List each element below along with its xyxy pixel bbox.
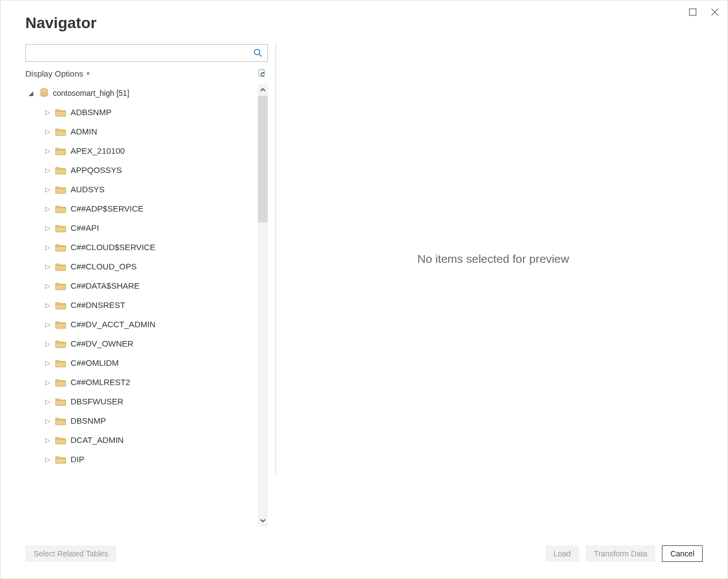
folder-icon [55,108,66,117]
tree-item-label: C##DV_OWNER [71,339,133,348]
tree-item-label: C##DV_ACCT_ADMIN [71,320,155,329]
transform-data-button: Transform Data [586,545,656,562]
cancel-button[interactable]: Cancel [662,545,703,562]
tree-item-label: C##ADP$SERVICE [71,204,143,213]
expand-icon[interactable]: ▷ [44,321,51,328]
expand-icon[interactable]: ▷ [44,166,51,174]
folder-icon [55,397,66,406]
scrollbar[interactable] [258,84,268,527]
tree-item-label: DIP [71,454,84,464]
folder-icon [55,185,66,194]
expand-icon[interactable]: ▷ [44,340,51,348]
tree-item[interactable]: ▷C##API [34,218,258,237]
tree-item[interactable]: ▷C##CLOUD_OPS [34,257,258,276]
folder-icon [55,243,66,252]
svg-point-3 [255,50,260,55]
tree-item[interactable]: ▷APPQOSSYS [34,160,258,180]
preview-pane: No items selected for preview [284,44,703,474]
folder-icon [55,224,66,232]
tree-item[interactable]: ▷DBSNMP [34,411,258,430]
navigator-window: Navigator Display Options ▾ [0,0,728,579]
tree-item[interactable]: ▷DIP [34,450,258,469]
tree-item-label: C##DATA$SHARE [71,281,139,290]
select-related-tables-button: Select Related Tables [25,545,116,562]
folder-icon [55,127,66,136]
search-input[interactable] [26,45,249,61]
chevron-down-icon: ▾ [87,70,90,77]
scroll-down-icon[interactable] [258,515,268,527]
svg-line-4 [259,54,261,56]
scroll-track[interactable] [258,96,268,515]
folder-icon [55,301,66,310]
expand-icon[interactable]: ▷ [44,359,51,367]
expand-icon[interactable]: ▷ [44,417,51,425]
expand-icon[interactable]: ▷ [44,378,51,386]
expand-icon[interactable]: ▷ [44,147,51,155]
display-options-label: Display Options [25,69,83,78]
load-button: Load [546,545,579,562]
expand-icon[interactable]: ▷ [44,205,51,213]
tree-item-label: DBSNMP [71,416,106,425]
tree-item[interactable]: ▷C##DV_OWNER [34,334,258,353]
tree-item[interactable]: ▷ADBSNMP [34,102,258,122]
expand-icon[interactable]: ▷ [44,301,51,309]
tree-item[interactable]: ▷AUDSYS [34,180,258,199]
tree-item[interactable]: ▷C##OMLIDM [34,353,258,372]
tree-item-label: AUDSYS [71,185,105,194]
tree-root-label: contosomart_high [51] [53,89,130,98]
tree-item[interactable]: ▷DCAT_ADMIN [34,430,258,450]
tree-item[interactable]: ▷C##DATA$SHARE [34,276,258,295]
folder-icon [55,166,66,175]
tree-item[interactable]: ▷C##CLOUD$SERVICE [34,237,258,257]
page-title: Navigator [25,14,703,32]
expand-icon[interactable]: ▷ [44,263,51,270]
tree-root[interactable]: ◢ contosomart_high [51] [29,84,258,102]
folder-icon [55,147,66,155]
expand-icon[interactable]: ▷ [44,109,51,116]
folder-icon [55,378,66,387]
tree-item[interactable]: ▷DBSFWUSER [34,392,258,411]
navigator-tree: ◢ contosomart_high [51] [25,84,258,527]
tree-item[interactable]: ▷C##ADP$SERVICE [34,199,258,218]
folder-icon [55,359,66,367]
preview-empty-text: No items selected for preview [417,252,569,266]
tree-item-label: C##DNSREST [71,300,125,310]
display-options-dropdown[interactable]: Display Options ▾ [25,69,90,78]
search-box[interactable] [25,44,268,62]
refresh-icon[interactable] [256,67,268,79]
tree-item-label: ADMIN [71,127,97,136]
tree-item-label: C##CLOUD$SERVICE [71,242,155,252]
expand-icon[interactable]: ▷ [44,243,51,251]
expand-icon[interactable]: ▷ [44,186,51,193]
folder-icon [55,416,66,425]
tree-item-label: DCAT_ADMIN [71,435,123,445]
folder-icon [55,339,66,348]
expand-icon[interactable]: ▷ [44,128,51,136]
tree-item[interactable]: ▷C##DV_ACCT_ADMIN [34,315,258,334]
tree-item[interactable]: ▷APEX_210100 [34,141,258,160]
expand-icon[interactable]: ▷ [44,282,51,290]
tree-item-label: C##OMLIDM [71,358,119,367]
folder-icon [55,455,66,464]
expand-icon[interactable]: ▷ [44,398,51,405]
tree-item[interactable]: ▷ADMIN [34,122,258,141]
folder-icon [55,204,66,213]
expand-icon[interactable]: ▷ [44,436,51,444]
folder-icon [55,320,66,329]
folder-icon [55,282,66,290]
folder-icon [55,262,66,271]
tree-item-label: APPQOSSYS [71,165,122,175]
tree-item[interactable]: ▷C##DNSREST [34,295,258,315]
database-icon [40,88,48,98]
collapse-icon[interactable]: ◢ [29,90,35,97]
scroll-up-icon[interactable] [258,84,268,96]
search-icon[interactable] [249,48,267,57]
expand-icon[interactable]: ▷ [44,456,51,463]
scroll-thumb[interactable] [258,96,268,223]
tree-item-label: ADBSNMP [71,107,111,117]
vertical-divider [276,44,276,474]
expand-icon[interactable]: ▷ [44,224,51,232]
tree-item-label: C##CLOUD_OPS [71,262,137,271]
tree-item-label: C##OMLREST2 [71,377,130,387]
tree-item[interactable]: ▷C##OMLREST2 [34,372,258,392]
